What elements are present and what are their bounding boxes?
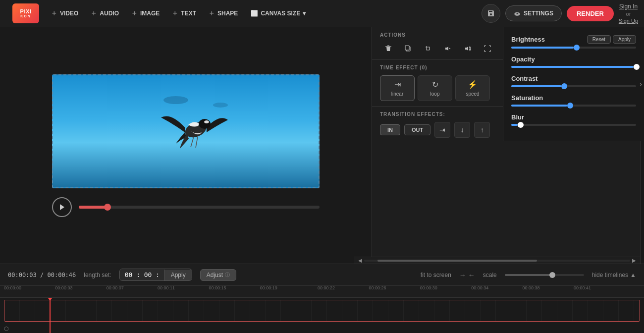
- hide-timelines-button[interactable]: hide timelines ▲: [592, 272, 636, 278]
- svg-line-7: [196, 137, 198, 148]
- timeline-ruler: 00:00:00 00:00:03 00:00:07 00:00:11 00:0…: [0, 286, 644, 298]
- ruler-mark-11: 00:00:41: [574, 286, 591, 290]
- chevron-up-icon: ▲: [630, 272, 636, 278]
- ruler-marks: 00:00:00 00:00:03 00:00:07 00:00:11 00:0…: [4, 286, 644, 295]
- brightness-thumb: [574, 45, 580, 51]
- saturation-header: Saturation: [511, 94, 636, 102]
- progress-thumb: [104, 204, 111, 211]
- current-time: 00:00:03: [8, 272, 37, 278]
- ruler-mark-0: 00:00:00: [4, 286, 21, 290]
- brightness-reset-btn[interactable]: Reset: [587, 35, 611, 44]
- topbar-right: SETTINGS RENDER Sign In or Sign Up: [482, 3, 638, 24]
- ruler-mark-10: 00:00:38: [523, 286, 540, 290]
- brightness-label: Brightness: [511, 36, 545, 43]
- transition-in-btn[interactable]: IN: [380, 124, 400, 135]
- playback-bar: [52, 197, 320, 217]
- nav-video[interactable]: ＋ VIDEO: [46, 6, 83, 21]
- nav-video-label: VIDEO: [60, 10, 78, 17]
- svg-point-1: [163, 96, 188, 104]
- filters-panel: Brightness Reset Apply Opacity: [503, 27, 644, 141]
- transition-out-btn[interactable]: OUT: [404, 124, 430, 135]
- time-input-group: Apply: [119, 269, 192, 281]
- play-button[interactable]: [52, 197, 72, 217]
- blur-track[interactable]: [511, 124, 636, 126]
- canvas-chevron-icon: ▾: [303, 10, 306, 17]
- speed-label: speed: [466, 91, 479, 97]
- scale-track[interactable]: [505, 274, 584, 276]
- nav-text[interactable]: ＋ TEXT: [166, 6, 201, 21]
- volume-down-action[interactable]: [439, 42, 456, 56]
- transition-arrow-end[interactable]: ⇥: [434, 122, 450, 138]
- delete-action[interactable]: [380, 42, 397, 56]
- save-button[interactable]: [482, 4, 500, 23]
- effect-linear[interactable]: ⇥ linear: [380, 75, 415, 101]
- horizontal-scrollbar[interactable]: ◀ ▶: [354, 257, 640, 264]
- progress-fill: [79, 206, 107, 209]
- signup-link[interactable]: Sign Up: [619, 18, 638, 24]
- fit-screen-label: fit to screen: [421, 272, 451, 278]
- render-button[interactable]: RENDER: [567, 6, 614, 21]
- settings-button[interactable]: SETTINGS: [505, 5, 562, 21]
- main-area: ACTIONS: [0, 27, 644, 264]
- adjust-button[interactable]: Adjust ⓘ: [200, 269, 236, 281]
- canvas-size-label: CANVAS SIZE: [261, 10, 300, 17]
- signin-link[interactable]: Sign In: [619, 3, 638, 10]
- opacity-fill: [511, 66, 634, 68]
- plus-icon: ＋: [171, 9, 178, 18]
- opacity-track[interactable]: [511, 66, 636, 68]
- duplicate-action[interactable]: [400, 42, 417, 56]
- brightness-track[interactable]: [511, 47, 636, 49]
- current-total-time: 00:00:03 / 00:00:46: [8, 272, 76, 278]
- fullscreen-action[interactable]: [479, 42, 496, 56]
- loop-icon: ↻: [432, 80, 438, 89]
- plus-icon: ＋: [208, 9, 215, 18]
- contrast-label: Contrast: [511, 75, 537, 82]
- svg-point-2: [213, 103, 228, 108]
- saturation-label: Saturation: [511, 94, 543, 102]
- nav-image[interactable]: ＋ IMAGE: [126, 6, 164, 21]
- svg-rect-12: [405, 46, 409, 50]
- nav-shape[interactable]: ＋ SHAPE: [203, 6, 243, 21]
- svg-point-0: [516, 12, 518, 14]
- speed-icon: ⚡: [468, 80, 478, 89]
- total-time: 00:00:46: [47, 272, 76, 278]
- canvas-icon: ⬜: [251, 10, 258, 17]
- bird-illustration: [146, 90, 245, 169]
- svg-point-5: [204, 120, 209, 123]
- filters-next-icon[interactable]: ›: [638, 78, 644, 91]
- timeline-area: 00:00:03 / 00:00:46 length set: Apply Ad…: [0, 264, 644, 333]
- blur-filter: Blur: [511, 113, 636, 126]
- topbar: PIXI KON ＋ VIDEO ＋ AUDIO ＋ IMAGE ＋ TEXT …: [0, 0, 644, 27]
- effect-loop[interactable]: ↻ loop: [418, 75, 452, 101]
- or-text: or: [626, 11, 631, 17]
- time-input[interactable]: [120, 269, 164, 280]
- volume-up-action[interactable]: [459, 42, 476, 56]
- ruler-mark-7: 00:00:26: [369, 286, 386, 290]
- blur-fill: [511, 124, 518, 126]
- nav-audio[interactable]: ＋ AUDIO: [85, 6, 124, 21]
- brightness-fill: [511, 47, 574, 49]
- transition-arrow-down[interactable]: ↓: [454, 122, 470, 138]
- scale-label: scale: [483, 272, 497, 278]
- playhead[interactable]: [50, 298, 51, 333]
- contrast-track[interactable]: [511, 85, 636, 87]
- canvas-size-button[interactable]: ⬜ CANVAS SIZE ▾: [245, 7, 312, 20]
- contrast-thumb: [561, 83, 567, 89]
- effect-speed[interactable]: ⚡ speed: [455, 75, 490, 101]
- progress-track[interactable]: [79, 206, 320, 209]
- saturation-track[interactable]: [511, 105, 636, 107]
- playhead-marker: [47, 298, 53, 301]
- info-icon: ⓘ: [225, 272, 230, 278]
- timeline-track-video[interactable]: [4, 300, 640, 322]
- contrast-filter: Contrast: [511, 75, 636, 87]
- logo-text-top: PIXI: [20, 8, 32, 14]
- transition-arrow-up[interactable]: ↑: [474, 122, 490, 138]
- ruler-mark-8: 00:00:30: [420, 286, 437, 290]
- blur-header: Blur: [511, 113, 636, 121]
- ruler-mark-4: 00:00:15: [209, 286, 226, 290]
- crop-action[interactable]: [420, 42, 436, 56]
- resize-handle-icon[interactable]: ⬡: [4, 326, 9, 332]
- apply-time-button[interactable]: Apply: [164, 270, 192, 280]
- logo[interactable]: PIXI KON: [6, 0, 46, 27]
- brightness-apply-btn[interactable]: Apply: [613, 35, 636, 44]
